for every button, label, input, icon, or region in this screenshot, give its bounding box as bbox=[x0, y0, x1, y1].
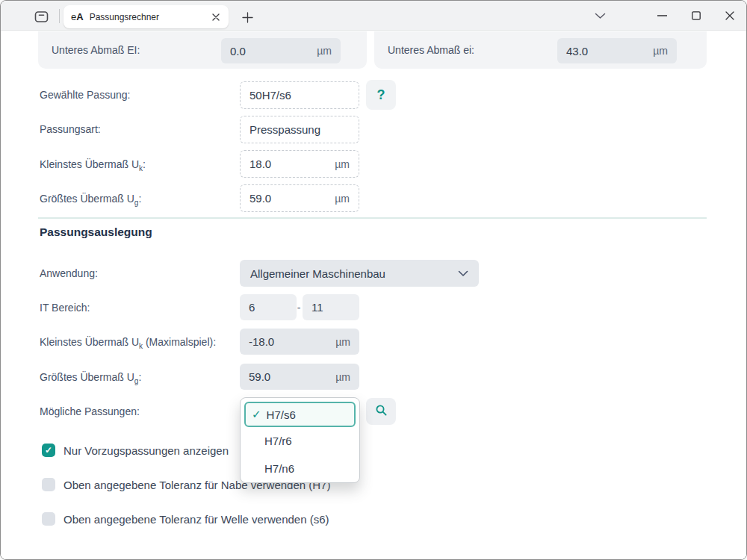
window-menu-chevron-icon[interactable] bbox=[583, 1, 617, 31]
gewaehlte-passung-field[interactable]: 50H7/s6 bbox=[240, 81, 359, 109]
chevron-down-icon bbox=[458, 267, 468, 280]
it-bereich-label: IT Bereich: bbox=[40, 302, 90, 314]
unteres-abmass-EI-value: 0.0 bbox=[230, 45, 246, 57]
dropdown-option-label: H7/n6 bbox=[264, 462, 294, 475]
dropdown-option[interactable]: H7/n6 bbox=[244, 455, 356, 482]
checkbox-row-toleranz-welle[interactable]: Oben angegebene Toleranz für Welle verwe… bbox=[42, 512, 329, 526]
anwendung-label: Anwendung: bbox=[40, 267, 98, 279]
gewaehlte-passung-label: Gewählte Passung: bbox=[40, 89, 130, 101]
help-button[interactable]: ? bbox=[366, 80, 396, 110]
checkbox-unchecked-icon[interactable] bbox=[42, 478, 55, 491]
passungsart-field[interactable]: Presspassung bbox=[240, 116, 359, 143]
uk-maximalspiel-unit: µm bbox=[335, 336, 350, 348]
section-title: Passungsauslegung bbox=[40, 225, 152, 239]
anwendung-select[interactable]: Allgemeiner Maschinenbau bbox=[240, 260, 479, 287]
chrome-separator bbox=[59, 9, 60, 23]
moegliche-passungen-label: Mögliche Passungen: bbox=[40, 405, 140, 417]
checkbox-label[interactable]: Oben angegebene Toleranz für Welle verwe… bbox=[63, 513, 329, 526]
unteres-abmass-ei-unit: µm bbox=[653, 45, 668, 57]
checkbox-row-vorzugspassungen[interactable]: ✓ Nur Vorzugspassungen anzeigen bbox=[42, 444, 229, 457]
it-bereich-from-field[interactable]: 6 bbox=[240, 294, 297, 320]
it-bereich-to-field[interactable]: 11 bbox=[303, 294, 359, 320]
uebermass-ug-unit: µm bbox=[335, 193, 350, 205]
passungsart-value: Presspassung bbox=[249, 123, 320, 136]
design-ug-unit: µm bbox=[335, 371, 350, 383]
search-icon bbox=[375, 404, 388, 420]
tab-favicon: eA bbox=[71, 11, 84, 22]
unteres-abmass-EI-label: Unteres Abmaß EI: bbox=[52, 31, 140, 69]
browser-window: eA Passungsrechner Unteres Abmaß EI: bbox=[0, 0, 747, 560]
design-ug-field[interactable]: 59.0 µm bbox=[240, 364, 359, 390]
checkbox-unchecked-icon[interactable] bbox=[42, 512, 55, 526]
browser-tab-active[interactable]: eA Passungsrechner bbox=[63, 5, 229, 28]
new-tab-button[interactable] bbox=[240, 10, 255, 25]
checkbox-label[interactable]: Nur Vorzugspassungen anzeigen bbox=[63, 444, 229, 457]
uk-maximalspiel-value: -18.0 bbox=[249, 335, 274, 348]
moegliche-passungen-dropdown: ✓ H7/s6 H7/r6 H7/n6 bbox=[240, 397, 360, 483]
uebermass-uk-value: 18.0 bbox=[249, 158, 271, 170]
uk-maximalspiel-label: Kleinstes Übermaß Uk (Maximalspiel): bbox=[40, 336, 216, 350]
panel-unteres-abmass-EI: Unteres Abmaß EI: 0.0 µm bbox=[38, 31, 367, 69]
checkbox-checked-icon[interactable]: ✓ bbox=[42, 444, 55, 457]
anwendung-value: Allgemeiner Maschinenbau bbox=[250, 267, 385, 280]
unteres-abmass-ei-value: 43.0 bbox=[566, 45, 588, 57]
gewaehlte-passung-value: 50H7/s6 bbox=[249, 89, 291, 102]
tab-close-icon[interactable] bbox=[209, 10, 223, 24]
section-divider bbox=[38, 217, 707, 219]
window-maximize-button[interactable] bbox=[679, 1, 713, 31]
browser-titlebar: eA Passungsrechner bbox=[1, 1, 746, 31]
it-bereich-to-value: 11 bbox=[311, 301, 323, 314]
passungsart-label: Passungsart: bbox=[40, 123, 101, 135]
dropdown-option-label: H7/s6 bbox=[267, 408, 296, 421]
design-ug-value: 59.0 bbox=[249, 370, 270, 383]
uebermass-uk-field[interactable]: 18.0 µm bbox=[240, 150, 359, 178]
dropdown-option-selected[interactable]: ✓ H7/s6 bbox=[244, 402, 356, 427]
uebermass-uk-unit: µm bbox=[335, 158, 350, 170]
search-button[interactable] bbox=[366, 398, 396, 425]
uebermass-ug-value: 59.0 bbox=[249, 192, 271, 205]
window-minimize-button[interactable] bbox=[645, 1, 679, 31]
page-content: Unteres Abmaß EI: 0.0 µm Unteres Abmaß e… bbox=[1, 31, 746, 560]
panel-unteres-abmass-ei: Unteres Abmaß ei: 43.0 µm bbox=[374, 31, 707, 69]
uebermass-uk-label: Kleinstes Übermaß Uk: bbox=[40, 158, 146, 172]
check-icon: ✓ bbox=[252, 408, 261, 421]
tab-title: Passungsrechner bbox=[90, 12, 209, 22]
dropdown-option[interactable]: H7/r6 bbox=[244, 427, 356, 455]
uk-maximalspiel-field[interactable]: -18.0 µm bbox=[240, 329, 359, 355]
unteres-abmass-ei-label: Unteres Abmaß ei: bbox=[388, 31, 474, 69]
uebermass-ug-field[interactable]: 59.0 µm bbox=[240, 184, 359, 212]
unteres-abmass-EI-field[interactable]: 0.0 µm bbox=[221, 38, 341, 63]
design-ug-label: Größtes Übermaß Ug: bbox=[40, 371, 141, 385]
tab-workspaces-icon[interactable] bbox=[32, 9, 50, 24]
unteres-abmass-ei-field[interactable]: 43.0 µm bbox=[557, 38, 677, 63]
dropdown-option-label: H7/r6 bbox=[264, 435, 292, 447]
it-bereich-separator: - bbox=[295, 294, 303, 320]
window-close-button[interactable] bbox=[713, 1, 747, 31]
uebermass-ug-label: Größtes Übermaß Ug: bbox=[40, 193, 141, 207]
it-bereich-from-value: 6 bbox=[249, 301, 255, 314]
unteres-abmass-EI-unit: µm bbox=[317, 45, 332, 57]
